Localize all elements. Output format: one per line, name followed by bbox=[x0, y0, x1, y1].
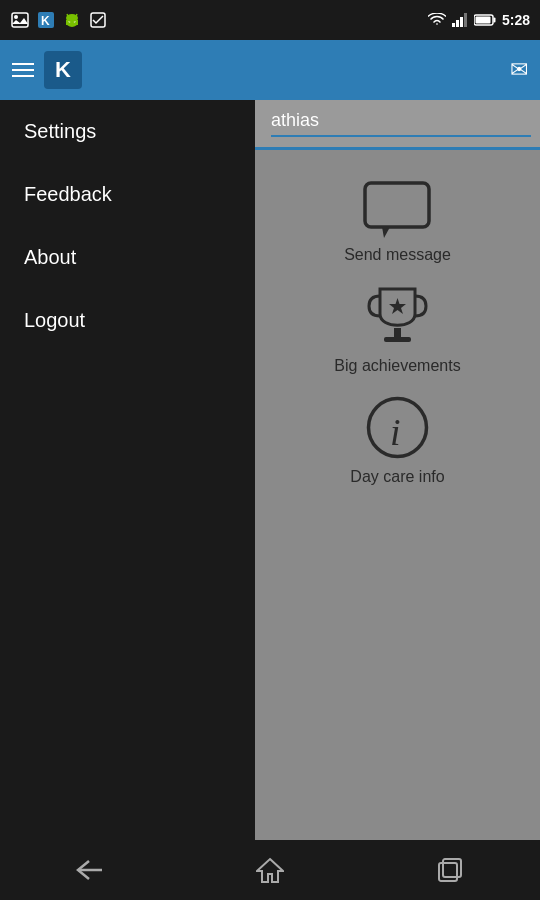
svg-point-10 bbox=[66, 14, 78, 22]
mail-button[interactable]: ✉ bbox=[510, 57, 528, 83]
day-care-info-label: Day care info bbox=[350, 468, 444, 486]
drawer-item-feedback[interactable]: Feedback bbox=[0, 163, 255, 226]
android-status-icon bbox=[62, 10, 82, 30]
svg-rect-13 bbox=[456, 20, 459, 27]
svg-rect-19 bbox=[365, 183, 429, 227]
status-icons-left: K bbox=[10, 10, 108, 30]
status-bar-right: 5:28 bbox=[428, 12, 530, 28]
svg-point-1 bbox=[14, 15, 18, 19]
drawer-item-settings[interactable]: Settings bbox=[0, 100, 255, 163]
trophy-icon bbox=[365, 284, 430, 349]
app-bar: K ✉ bbox=[0, 40, 540, 100]
content-header: athias bbox=[255, 100, 540, 150]
svg-rect-0 bbox=[12, 13, 28, 27]
svg-rect-12 bbox=[452, 23, 455, 27]
hamburger-button[interactable] bbox=[12, 63, 34, 77]
svg-rect-22 bbox=[384, 337, 411, 342]
app-logo: K bbox=[44, 51, 82, 89]
speech-bubble-icon bbox=[362, 180, 432, 238]
svg-rect-21 bbox=[394, 328, 401, 338]
home-button[interactable] bbox=[180, 856, 360, 884]
info-icon: i bbox=[365, 395, 430, 460]
navigation-drawer: Settings Feedback About Logout bbox=[0, 100, 255, 860]
svg-text:K: K bbox=[41, 14, 50, 28]
content-header-text: athias bbox=[271, 110, 319, 130]
back-button[interactable] bbox=[0, 858, 180, 882]
svg-marker-20 bbox=[382, 227, 390, 238]
content-header-underline bbox=[271, 135, 531, 137]
send-message-item[interactable]: Send message bbox=[344, 180, 451, 264]
send-message-label: Send message bbox=[344, 246, 451, 264]
svg-marker-23 bbox=[389, 298, 406, 314]
main-content: athias Send message bbox=[255, 100, 540, 860]
app-bar-left: K bbox=[12, 51, 82, 89]
time-display: 5:28 bbox=[502, 12, 530, 28]
day-care-info-item[interactable]: i Day care info bbox=[350, 395, 444, 486]
content-body: Send message Big achievements bbox=[255, 150, 540, 516]
recents-button[interactable] bbox=[360, 857, 540, 883]
big-achievements-label: Big achievements bbox=[334, 357, 460, 375]
check-status-icon bbox=[88, 10, 108, 30]
k-status-icon: K bbox=[36, 10, 56, 30]
drawer-item-logout[interactable]: Logout bbox=[0, 289, 255, 352]
svg-rect-15 bbox=[464, 13, 467, 27]
svg-rect-29 bbox=[443, 859, 461, 877]
status-bar: K bbox=[0, 0, 540, 40]
main-layout: Settings Feedback About Logout athias Se… bbox=[0, 100, 540, 860]
image-status-icon bbox=[10, 10, 30, 30]
svg-marker-27 bbox=[257, 859, 283, 882]
drawer-item-about[interactable]: About bbox=[0, 226, 255, 289]
svg-rect-28 bbox=[439, 863, 457, 881]
svg-rect-18 bbox=[475, 17, 490, 24]
big-achievements-item[interactable]: Big achievements bbox=[334, 284, 460, 375]
svg-rect-14 bbox=[460, 17, 463, 27]
svg-rect-17 bbox=[493, 18, 495, 23]
svg-text:i: i bbox=[390, 411, 401, 453]
